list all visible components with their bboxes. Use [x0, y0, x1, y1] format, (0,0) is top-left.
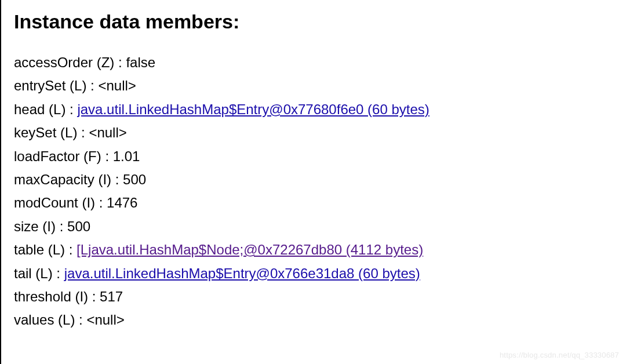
member-type: (I)	[75, 289, 88, 304]
watermark-text: https://blog.csdn.net/qq_33330687	[500, 351, 619, 359]
member-row: head (L) : java.util.LinkedHashMap$Entry…	[14, 99, 613, 121]
member-name: modCount	[14, 195, 78, 210]
member-name: accessOrder	[14, 54, 93, 70]
member-row: entrySet (L) : <null>	[14, 75, 613, 97]
content-panel: Instance data members: accessOrder (Z) :…	[1, 0, 626, 343]
member-type: (L)	[48, 242, 65, 257]
member-name: maxCapacity	[14, 172, 94, 187]
member-name: entrySet	[14, 78, 65, 93]
member-value: 1476	[107, 195, 137, 210]
member-name: threshold	[14, 289, 71, 304]
object-link[interactable]: [Ljava.util.HashMap$Node;@0x72267db80 (4…	[77, 242, 423, 257]
member-name: values	[14, 312, 54, 327]
member-type: (L)	[58, 312, 75, 327]
members-list: accessOrder (Z) : falseentrySet (L) : <n…	[14, 52, 613, 332]
member-type: (Z)	[97, 54, 115, 70]
member-row: tail (L) : java.util.LinkedHashMap$Entry…	[14, 263, 613, 285]
member-type: (I)	[98, 172, 111, 187]
object-link[interactable]: java.util.LinkedHashMap$Entry@0x766e31da…	[64, 265, 420, 281]
object-link[interactable]: java.util.LinkedHashMap$Entry@0x77680f6e…	[77, 101, 429, 117]
member-name: loadFactor	[14, 148, 79, 164]
member-row: accessOrder (Z) : false	[14, 52, 613, 74]
member-value: 517	[100, 289, 123, 304]
member-name: size	[14, 219, 39, 234]
member-type: (L)	[60, 125, 77, 140]
member-name: head	[14, 101, 45, 117]
member-type: (I)	[82, 195, 95, 210]
member-name: table	[14, 242, 44, 257]
member-type: (L)	[70, 78, 86, 93]
member-type: (L)	[49, 101, 65, 117]
member-value: false	[126, 54, 155, 70]
member-value: <null>	[89, 125, 126, 140]
member-type: (F)	[83, 148, 101, 164]
member-row: loadFactor (F) : 1.01	[14, 145, 613, 168]
member-type: (L)	[35, 265, 52, 281]
section-title: Instance data members:	[14, 10, 613, 33]
member-type: (I)	[42, 219, 56, 234]
member-value: <null>	[98, 78, 136, 93]
member-value: 500	[67, 219, 90, 234]
member-row: maxCapacity (I) : 500	[14, 169, 613, 191]
member-row: size (I) : 500	[14, 216, 613, 238]
member-row: modCount (I) : 1476	[14, 192, 613, 214]
member-row: keySet (L) : <null>	[14, 122, 613, 144]
member-name: keySet	[14, 125, 56, 140]
member-value: 1.01	[113, 148, 140, 164]
member-value: <null>	[86, 312, 124, 327]
member-row: table (L) : [Ljava.util.HashMap$Node;@0x…	[14, 239, 613, 261]
member-row: values (L) : <null>	[14, 309, 613, 331]
member-row: threshold (I) : 517	[14, 286, 613, 308]
member-name: tail	[14, 265, 32, 281]
member-value: 500	[123, 172, 146, 187]
